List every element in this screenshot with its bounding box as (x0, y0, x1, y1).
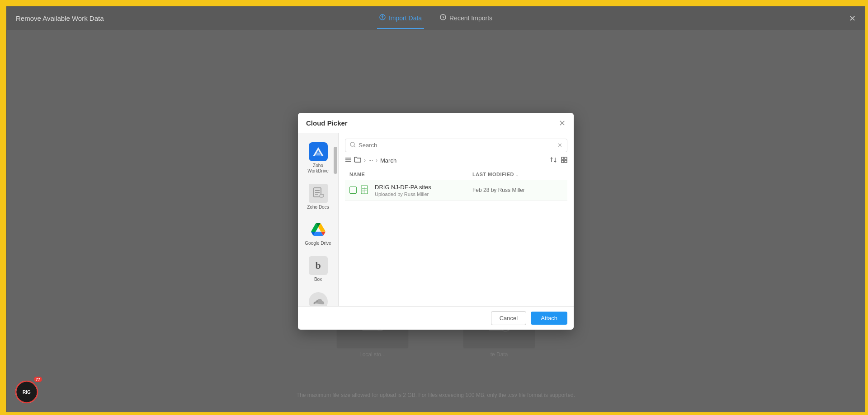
search-bar: ✕ (345, 139, 567, 152)
picker-content: ✕ (339, 133, 574, 306)
avatar[interactable]: RIG 77 (15, 380, 38, 404)
sort-icon[interactable] (550, 157, 557, 164)
import-icon (379, 14, 386, 22)
tab-recent-imports-label: Recent Imports (449, 14, 492, 22)
recent-icon (440, 14, 446, 22)
cloud-service-sidebar: Zoho WorkDrive (298, 133, 339, 306)
attach-button[interactable]: Attach (531, 312, 567, 325)
picker-header: Cloud Picker ✕ (298, 113, 574, 133)
tab-import-data-label: Import Data (389, 14, 422, 22)
search-input[interactable] (359, 142, 557, 149)
svg-rect-34 (362, 191, 365, 192)
file-info: DRIG NJ-DE-PA sites Uploaded by Russ Mil… (375, 184, 472, 197)
picker-body: Zoho WorkDrive (298, 133, 574, 306)
zoho-docs-label: Zoho Docs (307, 205, 329, 210)
window-close-button[interactable]: ✕ (849, 14, 856, 23)
svg-text:RIG: RIG (23, 390, 31, 395)
svg-rect-28 (565, 157, 567, 159)
content-area: Local sto... te Data The maximum file si… (7, 30, 865, 412)
breadcrumb-left: › ··· › March (345, 157, 396, 164)
zoho-workdrive-icon (309, 142, 328, 161)
svg-rect-29 (561, 160, 564, 163)
cancel-button[interactable]: Cancel (491, 311, 526, 325)
sidebar-item-google-drive[interactable]: Google Drive (300, 215, 336, 250)
file-modified: Feb 28 by Russ Miller (472, 187, 563, 193)
sidebar-item-zoho-workdrive[interactable]: Zoho WorkDrive (300, 138, 336, 177)
sidebar-item-zoho-docs[interactable]: Zoho Docs (300, 179, 336, 214)
breadcrumb-separator-1: › (364, 157, 366, 163)
modal-backdrop: Cloud Picker ✕ (7, 30, 865, 412)
sidebar-scrollbar[interactable] (334, 147, 337, 174)
box-label: Box (314, 277, 322, 282)
file-name: DRIG NJ-DE-PA sites (375, 184, 472, 191)
svg-rect-27 (561, 157, 564, 159)
top-bar: Remove Available Work Data Import Data (7, 7, 865, 30)
sidebar-item-onedrive[interactable]: OneDrive (300, 288, 336, 306)
onedrive-icon (309, 292, 328, 306)
breadcrumb-right (550, 157, 567, 164)
svg-point-20 (350, 142, 354, 146)
sort-indicator[interactable]: ↓ (516, 172, 519, 177)
svg-line-21 (354, 146, 355, 147)
tab-import-data[interactable]: Import Data (377, 8, 424, 29)
zoho-workdrive-label: Zoho WorkDrive (303, 163, 334, 174)
avatar-container: RIG 77 (15, 380, 38, 404)
google-drive-icon (309, 220, 328, 239)
file-table: NAME LAST MODIFIED ↓ (345, 169, 567, 301)
breadcrumb-current: March (380, 157, 396, 164)
breadcrumb-folder-icon (354, 157, 361, 164)
sidebar-item-box[interactable]: b Box (300, 252, 336, 286)
google-drive-label: Google Drive (305, 241, 331, 246)
search-clear-icon[interactable]: ✕ (557, 142, 562, 149)
app-window: Remove Available Work Data Import Data (6, 6, 865, 412)
cloud-picker-dialog: Cloud Picker ✕ (298, 113, 574, 330)
app-title: Remove Available Work Data (16, 14, 104, 22)
col-modified-header: LAST MODIFIED ↓ (472, 172, 563, 177)
picker-footer: Cancel Attach (298, 306, 574, 330)
grid-view-icon[interactable] (561, 157, 567, 164)
breadcrumb-separator-2: › (376, 157, 377, 163)
breadcrumb-dots[interactable]: ··· (368, 157, 373, 163)
zoho-docs-icon (309, 184, 328, 203)
file-table-header: NAME LAST MODIFIED ↓ (345, 169, 567, 180)
search-icon (350, 142, 356, 149)
col-name-header: NAME (349, 172, 472, 177)
picker-close-button[interactable]: ✕ (559, 119, 566, 127)
file-uploader: Uploaded by Russ Miller (375, 191, 472, 197)
picker-title: Cloud Picker (306, 119, 348, 127)
file-checkbox[interactable] (349, 187, 357, 194)
tab-recent-imports[interactable]: Recent Imports (438, 8, 495, 29)
breadcrumb-bar: › ··· › March (345, 157, 567, 164)
table-row[interactable]: DRIG NJ-DE-PA sites Uploaded by Russ Mil… (345, 180, 567, 201)
svg-rect-30 (565, 160, 567, 163)
file-type-icon (360, 185, 370, 195)
box-icon: b (309, 256, 328, 275)
avatar-badge-number: 77 (34, 377, 42, 382)
tab-group: Import Data Recent Imports (377, 8, 495, 29)
svg-rect-15 (316, 153, 320, 155)
breadcrumb-menu-icon[interactable] (345, 157, 351, 164)
